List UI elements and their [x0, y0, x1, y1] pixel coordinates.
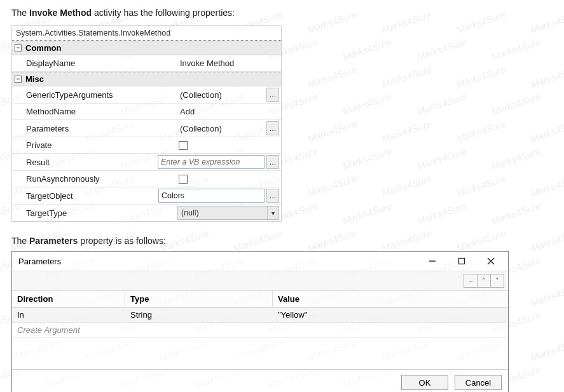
row-result: Result …	[12, 154, 281, 171]
prop-name: RunAsynchronously	[12, 171, 175, 187]
minimize-icon	[429, 257, 436, 265]
maximize-button[interactable]	[447, 252, 476, 270]
move-down-button[interactable]: ˅	[490, 274, 504, 288]
ok-button[interactable]: OK	[401, 375, 448, 390]
prop-value: (Collection)	[177, 89, 265, 101]
collapse-icon[interactable]: −	[15, 76, 22, 83]
delete-arg-button[interactable]: －	[464, 274, 478, 288]
collapse-icon[interactable]: −	[15, 44, 22, 51]
move-up-button[interactable]: ˄	[477, 274, 491, 288]
col-direction[interactable]: Direction	[12, 291, 125, 307]
prop-value: (Collection)	[177, 123, 265, 135]
property-grid: System.Activities.Statements.InvokeMetho…	[11, 25, 282, 222]
close-icon	[487, 257, 495, 265]
target-object-input[interactable]	[158, 189, 265, 203]
row-target-object: TargetObject …	[12, 187, 281, 205]
cancel-button[interactable]: Cancel	[455, 375, 502, 390]
ellipsis-button[interactable]: …	[266, 88, 279, 102]
category-label: Misc	[25, 74, 44, 84]
table-row[interactable]: In String "Yellow"	[12, 308, 508, 322]
prop-value[interactable]: Invoke Method	[177, 57, 237, 69]
prop-name: DisplayName	[12, 55, 175, 71]
category-misc[interactable]: − Misc	[12, 72, 281, 86]
dialog-toolbar: － ˄ ˅	[12, 271, 508, 291]
intro-text: The Invoke Method activity has the follo…	[11, 8, 553, 18]
mid-text: The Parameters property is as follows:	[11, 236, 553, 246]
row-display-name: DisplayName Invoke Method	[12, 55, 281, 72]
prop-name: Private	[12, 137, 175, 153]
prop-name: Result	[12, 154, 156, 170]
dialog-footer: OK Cancel	[12, 369, 508, 392]
row-method-name: MethodName Add	[12, 104, 281, 120]
target-type-combo[interactable]: (null) ▾	[177, 206, 279, 220]
create-argument-row[interactable]: Create Argument	[12, 322, 508, 337]
row-parameters: Parameters (Collection) …	[12, 120, 281, 137]
grid-header: Direction Type Value	[12, 291, 508, 308]
checkbox[interactable]	[179, 141, 188, 150]
row-private: Private	[12, 137, 281, 154]
propgrid-header: System.Activities.Statements.InvokeMetho…	[12, 26, 281, 41]
dialog-title: Parameters	[18, 257, 418, 266]
maximize-icon	[458, 257, 465, 265]
cell-direction[interactable]: In	[12, 308, 125, 322]
minimize-button[interactable]	[418, 252, 447, 270]
col-value[interactable]: Value	[273, 291, 508, 307]
parameters-dialog: Parameters － ˄ ˅ Direction Type Value In…	[11, 251, 509, 392]
prop-name: TargetObject	[12, 187, 156, 204]
ellipsis-button[interactable]: …	[266, 155, 279, 169]
chevron-down-icon: ▾	[267, 206, 279, 219]
grid-empty-space	[12, 337, 508, 369]
checkbox[interactable]	[179, 175, 188, 184]
vb-expression-input[interactable]	[158, 155, 265, 169]
svg-rect-1	[459, 259, 465, 264]
prop-name: GenericTypeArguments	[12, 86, 175, 103]
ellipsis-button[interactable]: …	[266, 121, 279, 135]
cell-type[interactable]: String	[125, 308, 273, 322]
row-target-type: TargetType (null) ▾	[12, 205, 281, 222]
prop-name: Parameters	[12, 120, 175, 137]
dialog-titlebar: Parameters	[12, 252, 508, 271]
ellipsis-button[interactable]: …	[266, 189, 279, 203]
cell-value[interactable]: "Yellow"	[273, 308, 508, 322]
col-type[interactable]: Type	[125, 291, 273, 307]
row-run-async: RunAsynchronously	[12, 171, 281, 187]
category-common[interactable]: − Common	[12, 41, 281, 55]
close-button[interactable]	[476, 252, 506, 270]
prop-value[interactable]: Add	[177, 105, 197, 118]
prop-name: TargetType	[12, 205, 175, 221]
category-label: Common	[25, 43, 61, 53]
row-generic-type-args: GenericTypeArguments (Collection) …	[12, 86, 281, 104]
prop-name: MethodName	[12, 104, 175, 119]
